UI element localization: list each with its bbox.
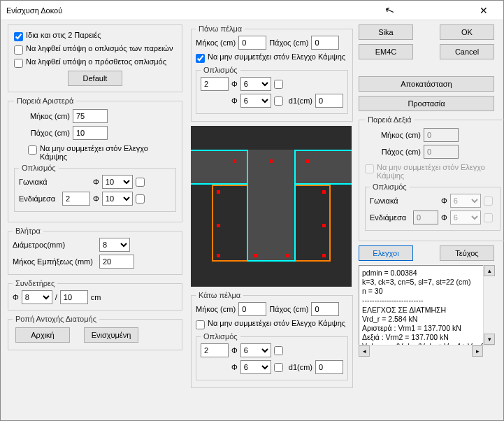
bot-flange-legend: Κάτω πέλμα bbox=[196, 291, 243, 299]
same-both-checkbox[interactable] bbox=[14, 32, 23, 41]
top-d1cm-label: d1(cm) bbox=[289, 97, 312, 105]
top-th-label: Πάχος (cm) bbox=[269, 38, 308, 47]
scroll-right-icon[interactable]: ▸ bbox=[472, 345, 483, 357]
top-flange-legend: Πάνω πέλμα bbox=[196, 24, 245, 33]
ties-legend: Συνδετήρες bbox=[13, 279, 57, 287]
bot-bend-checkbox[interactable] bbox=[196, 320, 205, 329]
right-corner-diam-select: 6 bbox=[450, 194, 481, 208]
left-flange-legend: Παρειά Αριστερά bbox=[14, 97, 76, 105]
log-output[interactable]: pdmin = 0.00384 k=3, ck=3, cn=5, sl=7, s… bbox=[359, 265, 494, 356]
log-vscroll[interactable]: ▴ ▾ bbox=[483, 265, 494, 345]
bot-r2-checkbox[interactable] bbox=[274, 363, 283, 372]
phi-label-4: Φ bbox=[231, 80, 238, 88]
left-mid-diam-select[interactable]: 10 bbox=[102, 192, 133, 206]
anchor-diam-label: Διάμετρος(mm) bbox=[13, 241, 96, 249]
top-r2-checkbox[interactable] bbox=[274, 97, 283, 106]
phi-label-7: Φ bbox=[231, 363, 238, 371]
right-thick-input bbox=[424, 145, 459, 159]
left-rebar-legend: Οπλισμός bbox=[19, 164, 59, 172]
right-mid-count-input bbox=[413, 210, 438, 224]
log-hscroll[interactable]: ◂ ▸ bbox=[359, 345, 494, 356]
em4c-button[interactable]: EM4C bbox=[359, 44, 413, 59]
left-thick-label: Πάχος (cm) bbox=[14, 129, 70, 137]
top-bend-label: Να μην συμμετέχει στόν Ελεγχο Κάμψης bbox=[208, 52, 348, 61]
window-title: Ενίσχυση Δοκού bbox=[6, 6, 470, 15]
ties-spacing-input[interactable] bbox=[60, 290, 88, 304]
phi-label-5: Φ bbox=[231, 97, 238, 105]
bot-len-input[interactable] bbox=[238, 302, 266, 316]
top-d1cm-input[interactable] bbox=[315, 94, 343, 108]
bot-d1cm-label: d1(cm) bbox=[289, 363, 312, 371]
top-rebar-legend: Οπλισμός bbox=[201, 66, 240, 74]
phi-label-2: Φ bbox=[93, 194, 99, 203]
restore-button[interactable]: Αποκατάσταση bbox=[359, 76, 494, 92]
phi-label-6: Φ bbox=[231, 346, 238, 355]
left-length-input[interactable] bbox=[73, 109, 108, 123]
checks-button[interactable]: Ελεγχοι bbox=[359, 245, 413, 261]
left-length-label: Μήκος (cm) bbox=[14, 112, 70, 120]
anchor-diam-select[interactable]: 8 bbox=[99, 238, 130, 252]
right-mid-label: Ενδιάμεσα bbox=[370, 213, 410, 222]
default-button[interactable]: Default bbox=[68, 71, 122, 86]
sika-button[interactable]: Sika bbox=[359, 24, 413, 40]
right-corner-label: Γωνιακά bbox=[370, 197, 410, 205]
bot-len-label: Μήκος (cm) bbox=[196, 305, 236, 313]
anchor-embed-input[interactable] bbox=[99, 255, 134, 269]
right-length-input bbox=[424, 128, 459, 142]
top-d1-select[interactable]: 6 bbox=[240, 77, 271, 91]
top-len-label: Μήκος (cm) bbox=[196, 38, 236, 47]
left-mid-count-input[interactable] bbox=[62, 192, 90, 206]
right-corner-checkbox bbox=[484, 197, 493, 206]
bot-d1-select[interactable]: 6 bbox=[240, 343, 271, 357]
bot-th-label: Πάχος (cm) bbox=[269, 305, 308, 313]
cancel-button[interactable]: Cancel bbox=[440, 44, 494, 59]
ties-diam-select[interactable]: 8 bbox=[22, 290, 52, 304]
reinforced-moment-button[interactable]: Ενισχυμένη bbox=[84, 327, 138, 343]
top-th-input[interactable] bbox=[311, 36, 339, 50]
right-mid-diam-select: 6 bbox=[450, 210, 481, 224]
left-corner-checkbox[interactable] bbox=[136, 178, 145, 187]
ties-slash: / bbox=[55, 293, 57, 301]
left-mid-label: Ενδιάμεσα bbox=[19, 194, 59, 203]
left-thick-input[interactable] bbox=[73, 126, 108, 140]
moment-legend: Ροπή Αντοχής Διατομής bbox=[13, 315, 99, 323]
scroll-down-icon[interactable]: ▾ bbox=[484, 334, 495, 345]
left-bend-checkbox[interactable] bbox=[28, 145, 37, 155]
right-bend-checkbox bbox=[365, 164, 374, 173]
bot-th-input[interactable] bbox=[311, 302, 339, 316]
left-corner-label: Γωνιακά bbox=[19, 178, 59, 186]
top-bend-checkbox[interactable] bbox=[196, 54, 205, 63]
left-mid-checkbox[interactable] bbox=[136, 194, 145, 204]
ties-unit: cm bbox=[91, 293, 101, 301]
scroll-left-icon[interactable]: ◂ bbox=[359, 345, 370, 357]
bot-n1-input[interactable] bbox=[201, 343, 229, 357]
right-flange-legend: Παρειά Δεξιά bbox=[365, 115, 415, 124]
top-n1-input[interactable] bbox=[201, 77, 229, 91]
phi-label-8: Φ bbox=[441, 197, 447, 205]
original-moment-button[interactable]: Αρχική bbox=[15, 327, 70, 343]
top-len-input[interactable] bbox=[238, 36, 266, 50]
left-corner-diam-select[interactable]: 10 bbox=[102, 175, 133, 189]
top-d2-select[interactable]: 6 bbox=[240, 94, 271, 108]
right-length-label: Μήκος (cm) bbox=[365, 131, 421, 139]
use-flange-rebar-label: Να ληφθεί υπόψη ο οπλισμός των παρειών bbox=[26, 44, 176, 52]
close-icon[interactable]: ✕ bbox=[470, 5, 498, 16]
protect-button[interactable]: Προστασία bbox=[359, 96, 494, 111]
scroll-up-icon[interactable]: ▴ bbox=[484, 265, 495, 276]
bot-rebar-legend: Οπλισμός bbox=[201, 332, 240, 341]
right-mid-checkbox bbox=[484, 213, 493, 222]
same-both-label: Ιδια και στις 2 Παρειές bbox=[26, 31, 176, 39]
right-rebar-legend: Οπλισμός bbox=[370, 183, 410, 191]
bot-d1cm-input[interactable] bbox=[315, 360, 343, 374]
bot-d2-select[interactable]: 6 bbox=[240, 360, 271, 374]
section-preview bbox=[191, 126, 352, 287]
phi-label-3: Φ bbox=[13, 293, 19, 301]
use-flange-rebar-checkbox[interactable] bbox=[14, 45, 23, 55]
top-r1-checkbox[interactable] bbox=[274, 80, 283, 89]
phi-label: Φ bbox=[93, 178, 99, 186]
report-button[interactable]: Τεύχος bbox=[440, 245, 494, 261]
ok-button[interactable]: OK bbox=[440, 24, 494, 40]
bot-r1-checkbox[interactable] bbox=[274, 346, 283, 355]
use-additional-rebar-checkbox[interactable] bbox=[14, 59, 23, 68]
right-bend-label: Να μην συμμετέχει στόν Ελεγχο Κάμψης bbox=[377, 163, 501, 180]
